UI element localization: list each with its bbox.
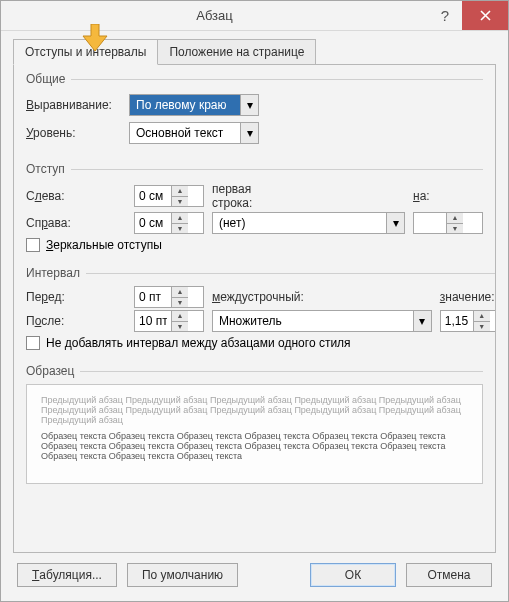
indent-by-spinner[interactable]: ▲▼ [413, 212, 483, 234]
mirror-indents-checkbox[interactable] [26, 238, 40, 252]
dialog-body: Отступы и интервалы Положение на страниц… [1, 31, 508, 601]
level-value: Основной текст [130, 123, 240, 143]
tab-position-on-page[interactable]: Положение на странице [158, 39, 316, 65]
group-spacing: Интервал Перед: ▲▼ междустрочный: значен… [26, 266, 496, 358]
first-line-combo[interactable]: (нет) ▾ [212, 212, 405, 234]
window-title: Абзац [1, 1, 428, 30]
spin-down-icon[interactable]: ▼ [172, 321, 188, 332]
preview-box: Предыдущий абзац Предыдущий абзац Предыд… [26, 384, 483, 484]
close-icon [480, 10, 491, 21]
group-indent: Отступ Слева: ▲▼ первая строка: на: Спра… [26, 162, 483, 260]
spin-up-icon[interactable]: ▲ [447, 213, 463, 223]
ok-button[interactable]: ОК [310, 563, 396, 587]
alignment-combo[interactable]: По левому краю ▾ [129, 94, 259, 116]
indent-left-label: Слева: [26, 189, 65, 203]
cancel-button[interactable]: Отмена [406, 563, 492, 587]
dialog-footer: Табуляция... По умолчанию ОК Отмена [13, 553, 496, 589]
line-spacing-combo[interactable]: Множитель ▾ [212, 310, 432, 332]
close-button[interactable] [462, 1, 508, 30]
alignment-value: По левому краю [130, 95, 240, 115]
line-spacing-value: Множитель [213, 311, 413, 331]
spin-down-icon[interactable]: ▼ [172, 297, 188, 308]
group-preview-legend: Образец [26, 364, 483, 378]
indent-right-spinner[interactable]: ▲▼ [134, 212, 204, 234]
spin-up-icon[interactable]: ▲ [172, 186, 188, 196]
level-label: Уровень: [26, 126, 121, 140]
tab-panel: Общие Выравнивание: По левому краю ▾ Уро… [13, 64, 496, 553]
indent-left-spinner[interactable]: ▲▼ [134, 185, 204, 207]
spin-down-icon[interactable]: ▼ [474, 321, 490, 332]
spacing-before-value[interactable] [135, 287, 171, 307]
spacing-at-label: значение: [440, 290, 496, 304]
spacing-after-value[interactable] [135, 311, 171, 331]
spacing-after-label: После: [26, 314, 64, 328]
dialog-window: Абзац ? Отступы и интервалы Положение на… [0, 0, 509, 602]
chevron-down-icon[interactable]: ▾ [240, 95, 258, 115]
indent-right-value[interactable] [135, 213, 171, 233]
no-space-same-style-label: Не добавлять интервал между абзацами одн… [46, 336, 351, 350]
spacing-before-label: Перед: [26, 290, 65, 304]
spin-up-icon[interactable]: ▲ [172, 287, 188, 297]
spin-up-icon[interactable]: ▲ [474, 311, 490, 321]
chevron-down-icon[interactable]: ▾ [413, 311, 431, 331]
indent-right-label: Справа: [26, 216, 71, 230]
indent-left-value[interactable] [135, 186, 171, 206]
group-preview: Образец Предыдущий абзац Предыдущий абза… [26, 364, 483, 540]
help-button[interactable]: ? [428, 1, 462, 30]
chevron-down-icon[interactable]: ▾ [386, 213, 404, 233]
indent-by-label: на: [413, 189, 483, 203]
group-general: Общие Выравнивание: По левому краю ▾ Уро… [26, 72, 483, 156]
mirror-indents-label: Зеркальные отступы [46, 238, 162, 252]
spin-down-icon[interactable]: ▼ [172, 196, 188, 207]
group-indent-legend: Отступ [26, 162, 483, 176]
spacing-after-spinner[interactable]: ▲▼ [134, 310, 204, 332]
first-line-label: первая строка: [212, 182, 277, 210]
level-combo[interactable]: Основной текст ▾ [129, 122, 259, 144]
first-line-value: (нет) [213, 213, 386, 233]
preview-sample-text: Образец текста Образец текста Образец те… [41, 431, 468, 461]
titlebar: Абзац ? [1, 1, 508, 31]
tutorial-arrow-icon [82, 24, 108, 52]
no-space-same-style-checkbox[interactable] [26, 336, 40, 350]
spin-up-icon[interactable]: ▲ [172, 311, 188, 321]
preview-previous-text: Предыдущий абзац Предыдущий абзац Предыд… [41, 395, 468, 425]
spin-down-icon[interactable]: ▼ [447, 223, 463, 234]
alignment-label: Выравнивание: [26, 98, 121, 112]
chevron-down-icon[interactable]: ▾ [240, 123, 258, 143]
line-spacing-label: междустрочный: [212, 290, 304, 304]
tabs-button[interactable]: Табуляция... [17, 563, 117, 587]
spacing-at-spinner[interactable]: ▲▼ [440, 310, 496, 332]
spacing-before-spinner[interactable]: ▲▼ [134, 286, 204, 308]
indent-by-value[interactable] [414, 213, 446, 233]
group-general-legend: Общие [26, 72, 483, 86]
spin-down-icon[interactable]: ▼ [172, 223, 188, 234]
set-default-button[interactable]: По умолчанию [127, 563, 238, 587]
spin-up-icon[interactable]: ▲ [172, 213, 188, 223]
group-spacing-legend: Интервал [26, 266, 496, 280]
spacing-at-value[interactable] [441, 311, 473, 331]
